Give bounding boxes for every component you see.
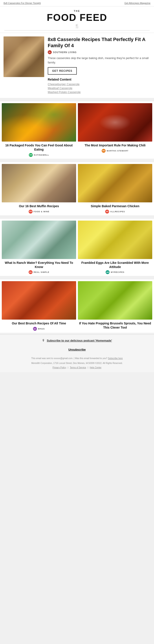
martha-stewart-icon: MS [102, 149, 106, 153]
packaged-foods-source-name: EATINGWELL [34, 154, 49, 156]
top-bar-right-link[interactable]: Get Allrecipes Magazine [124, 2, 150, 4]
podcast-text: 🎙 Subscribe to our delicious podcast 'Ho… [5, 339, 149, 342]
ranch-water-source-name: REAL SIMPLE [34, 271, 49, 273]
ranch-water-image [2, 220, 76, 259]
mic-icon: 🎙 [42, 339, 45, 342]
muffin-source-name: FOOD & WINE [34, 210, 50, 213]
section-divider-1 [0, 100, 154, 102]
eggs-image [78, 220, 152, 259]
ranch-water-source: RS REAL SIMPLE [2, 270, 76, 274]
grid-item-ranch-water[interactable]: What Is Ranch Water? Everything You Need… [2, 220, 76, 274]
brunch-title: Our Best Brunch Recipes Of All Time [2, 321, 76, 326]
related-content-label: Related Content [48, 78, 150, 81]
chili-title: The Most Important Rule For Making Chili [78, 143, 152, 148]
footer-company-text: Meredith Corporation, 1716 Locust Street… [5, 362, 149, 365]
chicken-image [78, 164, 152, 202]
chicken-source: AR ALLRECIPES [78, 210, 152, 214]
chili-source: MS MARTHA STEWART [78, 149, 152, 153]
podcast-link[interactable]: Subscribe to our delicious podcast 'Home… [47, 339, 112, 342]
grid-row-2: Our 16 Best Muffin Recipes FW FOOD & WIN… [2, 164, 152, 214]
hero-title: 8x8 Casserole Recipes That Perfectly Fit… [48, 36, 150, 48]
footer-links: Privacy Policy | Terms of Service | Help… [5, 366, 149, 369]
top-bar: 8x8 Casseroles For Dinner Tonight Get Al… [0, 0, 154, 6]
hero-food-photo [4, 36, 44, 77]
unsubscribe-link[interactable]: Unsubscribe [68, 348, 86, 351]
bhg-icon: BH [33, 327, 37, 331]
header-divider [5, 30, 149, 30]
myrecipes-icon: MR [106, 270, 110, 274]
muffin-source: FW FOOD & WINE [2, 210, 76, 214]
muffin-title: Our 16 Best Muffin Recipes [2, 204, 76, 208]
header: THE FOOD FEED 🍴 [0, 6, 154, 33]
packaged-foods-title: 16 Packaged Foods You Can Feel Good Abou… [2, 143, 76, 152]
packaged-foods-source: EW EATINGWELL [2, 153, 76, 157]
packaged-foods-image [2, 103, 76, 142]
hero-description: These casseroles skip the large baking d… [48, 56, 150, 64]
related-link-3[interactable]: Mashed Potato Casserole [48, 90, 150, 94]
section-divider-4 [0, 278, 154, 280]
related-content: Related Content Cheeseburger Casserole M… [48, 78, 150, 94]
food-wine-icon: FW [29, 210, 33, 214]
subscribe-here-link[interactable]: Subscribe here [108, 357, 123, 360]
fork-icon: 🍴 [5, 24, 149, 28]
chicken-source-name: ALLRECIPES [110, 210, 125, 213]
footer-legal-text: This email was sent to xxxxxx@gmail.com.… [5, 357, 149, 360]
top-bar-left-link[interactable]: 8x8 Casseroles For Dinner Tonight [4, 2, 41, 4]
chili-image [78, 103, 152, 142]
grid-item-chili[interactable]: The Most Important Rule For Making Chili… [78, 103, 152, 157]
eggs-title: Frambled Eggs Are Like Scrambled With Mo… [78, 261, 152, 269]
grid-item-brunch[interactable]: Our Best Brunch Recipes Of All Time BH B… [2, 281, 76, 331]
chili-source-name: MARTHA STEWART [107, 150, 128, 152]
grid-row-1: 16 Packaged Foods You Can Feel Good Abou… [2, 103, 152, 157]
terms-of-service-link[interactable]: Terms of Service [70, 366, 86, 369]
grid-row-3: What Is Ranch Water? Everything You Need… [2, 220, 152, 274]
chicken-title: Simple Baked Parmesan Chicken [78, 204, 152, 208]
grid-item-brussels-tool[interactable]: If You Hate Prepping Brussels Sprouts, Y… [78, 281, 152, 331]
related-link-1[interactable]: Cheeseburger Casserole [48, 82, 150, 86]
hero-image [4, 36, 44, 77]
allrecipes-icon: AR [105, 210, 109, 214]
hero-source-name: SOUTHERN LIVING [53, 51, 77, 54]
related-link-2[interactable]: Meatloaf Casserole [48, 86, 150, 90]
eatingwell-icon: EW [29, 153, 33, 157]
southern-living-icon: SL [48, 50, 52, 54]
hero-source-row: SL SOUTHERN LIVING [48, 50, 150, 54]
grid-section-2: Our 16 Best Muffin Recipes FW FOOD & WIN… [0, 162, 154, 215]
grid-section-4: Our Best Brunch Recipes Of All Time BH B… [0, 280, 154, 333]
brussels-tool-title: If You Hate Prepping Brussels Sprouts, Y… [78, 321, 152, 330]
grid-section-3: What Is Ranch Water? Everything You Need… [0, 219, 154, 276]
section-divider-2 [0, 160, 154, 162]
grid-row-4: Our Best Brunch Recipes Of All Time BH B… [2, 281, 152, 331]
grid-item-eggs[interactable]: Frambled Eggs Are Like Scrambled With Mo… [78, 220, 152, 274]
brussels-tool-image [78, 281, 152, 320]
podcast-section: 🎙 Subscribe to our delicious podcast 'Ho… [0, 334, 154, 354]
footer: This email was sent to xxxxxx@gmail.com.… [0, 354, 154, 372]
help-center-link[interactable]: Help Center [90, 366, 101, 369]
get-recipes-button[interactable]: GET RECIPES [48, 67, 77, 75]
grid-item-chicken[interactable]: Simple Baked Parmesan Chicken AR ALLRECI… [78, 164, 152, 214]
real-simple-icon: RS [29, 270, 33, 274]
brunch-image [2, 281, 76, 320]
brunch-source-name: BH&G [38, 328, 45, 330]
brand-name: FOOD FEED [5, 13, 149, 22]
grid-item-muffin[interactable]: Our 16 Best Muffin Recipes FW FOOD & WIN… [2, 164, 76, 214]
hero-section: 8x8 Casserole Recipes That Perfectly Fit… [0, 33, 154, 98]
ranch-water-title: What Is Ranch Water? Everything You Need… [2, 261, 76, 269]
eggs-source: MR MYRECIPES [78, 270, 152, 274]
hero-content: 8x8 Casserole Recipes That Perfectly Fit… [48, 36, 150, 94]
grid-item-packaged-foods[interactable]: 16 Packaged Foods You Can Feel Good Abou… [2, 103, 76, 157]
privacy-policy-link[interactable]: Privacy Policy [53, 366, 66, 369]
grid-section-1: 16 Packaged Foods You Can Feel Good Abou… [0, 102, 154, 159]
muffin-image [2, 164, 76, 202]
eggs-source-name: MYRECIPES [111, 271, 124, 273]
brunch-source: BH BH&G [2, 327, 76, 331]
section-divider-3 [0, 217, 154, 219]
